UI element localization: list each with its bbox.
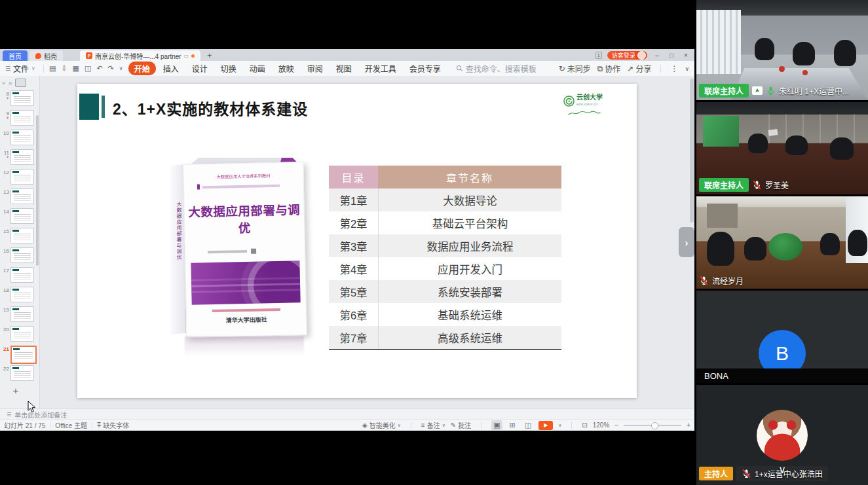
sidebar-expand-button[interactable]: › bbox=[679, 227, 694, 257]
panel-collapse-icon[interactable]: » bbox=[2, 80, 5, 86]
participant-name: 朱红明 1+X运营中... bbox=[779, 85, 849, 96]
missing-font-label[interactable]: 缺失字体 bbox=[103, 420, 129, 430]
thumbnail-list: 8✦ 9✦ 10✦ bbox=[0, 88, 39, 381]
menu-item[interactable]: 开发工具 bbox=[359, 62, 402, 75]
tab-docer[interactable]: 稻壳 bbox=[29, 50, 63, 61]
print-icon[interactable]: ▦ bbox=[70, 64, 82, 73]
slide-thumbnail[interactable]: 9✦ bbox=[0, 110, 39, 126]
screen: 首页 稻壳 P 南京云创-华博特—...4 partner ▭ + 1 访客登录… bbox=[0, 0, 868, 485]
slide-thumbnail[interactable]: 15✦ bbox=[0, 228, 39, 243]
thumbnail-preview bbox=[10, 247, 34, 263]
thumbnail-scrollbar[interactable] bbox=[36, 115, 39, 266]
normal-view-button[interactable]: ▣ bbox=[491, 420, 502, 430]
menu-item[interactable]: 切换 bbox=[215, 62, 242, 75]
zoom-slider[interactable] bbox=[624, 425, 681, 426]
print-preview-icon[interactable]: ◫ bbox=[82, 64, 94, 73]
toolbar-collapse-icon[interactable]: ∨ bbox=[117, 65, 126, 71]
video-panel-3[interactable]: 流经岁月 bbox=[696, 196, 868, 289]
ribbon-collapse-icon[interactable]: ∨ bbox=[685, 65, 689, 72]
notes-icon: ☰ bbox=[7, 412, 11, 418]
thumbnail-preview bbox=[10, 326, 34, 342]
participant-name: 罗圣美 bbox=[765, 179, 789, 190]
slideshow-play-button[interactable]: ▶ bbox=[538, 421, 553, 430]
slide-view-icon[interactable] bbox=[15, 79, 26, 87]
canvas-scrollbar[interactable] bbox=[690, 79, 694, 223]
slide-thumbnail[interactable]: 11✦ bbox=[0, 149, 39, 165]
slide-sorter-view-button[interactable]: ⊞ bbox=[508, 420, 518, 430]
chapter-table[interactable]: 目录 章节名称 第1章 大数据导论 bbox=[329, 166, 561, 350]
menu-item[interactable]: 视图 bbox=[330, 62, 358, 75]
export-icon[interactable]: ⇩ bbox=[58, 64, 69, 73]
notes-bar[interactable]: ☰ 单击此处添加备注 bbox=[0, 408, 694, 420]
menu-item[interactable]: 开始 bbox=[128, 62, 156, 75]
more-icon[interactable]: ⋮ bbox=[670, 64, 678, 73]
zoom-level[interactable]: 120% bbox=[593, 422, 610, 429]
slide-thumbnail[interactable]: 19✦ bbox=[0, 306, 39, 322]
sync-status[interactable]: ↻未同步 bbox=[559, 63, 591, 74]
window-count-badge[interactable]: 1 bbox=[595, 52, 602, 59]
minimize-button[interactable]: – bbox=[652, 52, 662, 59]
chapter-name-cell: 高级系统运维 bbox=[378, 326, 561, 349]
zoom-out-button[interactable]: − bbox=[614, 422, 618, 429]
beautify-button[interactable]: ◈智能美化∨ bbox=[362, 420, 401, 430]
save-icon[interactable]: ▤ bbox=[47, 64, 58, 73]
zoom-slider-knob[interactable] bbox=[651, 422, 658, 429]
collaborate-button[interactable]: ⧉协作 bbox=[597, 63, 621, 74]
slide-thumbnail[interactable]: 17✦ bbox=[0, 267, 39, 283]
file-menu-button[interactable]: ☰ 文件 ∨ bbox=[0, 63, 41, 74]
play-options-icon[interactable]: ∨ bbox=[558, 423, 561, 428]
divider bbox=[481, 422, 481, 429]
speaker-notes-button[interactable]: ≡备注∨ bbox=[421, 420, 445, 430]
thumbnail-preview bbox=[10, 306, 34, 322]
comments-button[interactable]: ✎批注 bbox=[451, 420, 471, 430]
slide-thumbnail[interactable]: 21✦ bbox=[0, 346, 39, 361]
menu-item[interactable]: 设计 bbox=[186, 62, 214, 75]
table-row: 第1章 大数据导论 bbox=[329, 189, 561, 211]
guest-login-button[interactable]: 访客登录 bbox=[607, 51, 647, 60]
maximize-button[interactable]: □ bbox=[667, 52, 676, 59]
fit-window-icon[interactable]: ⊡ bbox=[582, 422, 587, 429]
comments-label: 批注 bbox=[458, 420, 471, 430]
collapse-videos-button[interactable]: ∨ bbox=[778, 463, 786, 476]
undo-icon[interactable]: ↶ bbox=[94, 64, 105, 73]
theme-label[interactable]: Office 主题 bbox=[55, 420, 87, 430]
outline-view-icon[interactable]: ≡ bbox=[9, 80, 12, 86]
menu-item[interactable]: 动画 bbox=[244, 62, 271, 75]
avatar bbox=[637, 51, 646, 60]
command-search[interactable]: 查找命令、搜索模板 bbox=[456, 63, 537, 74]
participant-figure bbox=[834, 40, 856, 66]
add-slide-button[interactable]: + bbox=[0, 385, 31, 396]
slide-thumbnail[interactable]: 20✦ bbox=[0, 326, 39, 342]
menu-item[interactable]: 放映 bbox=[273, 62, 300, 75]
slide-thumbnail[interactable]: 10✦ bbox=[0, 130, 39, 145]
chevron-right-icon: › bbox=[685, 237, 689, 248]
slide-thumbnail[interactable]: 12✦ bbox=[0, 169, 39, 185]
new-tab-button[interactable]: + bbox=[207, 50, 212, 61]
slide-canvas[interactable]: 2、1+X实施的教材体系建设 云创大学 edu.cstor.cn bbox=[77, 84, 637, 398]
video-panel-1[interactable]: 联席主持人 朱红明 1+X运营中... bbox=[696, 0, 868, 100]
slide-thumbnail[interactable]: 8✦ bbox=[0, 90, 39, 106]
header-cell-toc: 目录 bbox=[329, 166, 378, 189]
share-button[interactable]: ↗分享 bbox=[627, 63, 651, 74]
participant-figure bbox=[748, 134, 768, 153]
video-panel-2[interactable]: 联席主持人 罗圣美 bbox=[696, 102, 868, 194]
menu-item[interactable]: 会员专享 bbox=[404, 62, 447, 75]
video-panel-5[interactable]: 主持人 1+x运营中心张浩田 ∨ bbox=[696, 385, 868, 485]
tab-home[interactable]: 首页 bbox=[3, 50, 28, 61]
slide-thumbnail[interactable]: 18✦ bbox=[0, 287, 39, 302]
zoom-in-button[interactable]: + bbox=[687, 422, 690, 429]
menu-item[interactable]: 插入 bbox=[157, 62, 185, 75]
video-panel-4[interactable]: B BONA bbox=[696, 291, 868, 383]
slide-thumbnail[interactable]: 22✦ bbox=[0, 365, 39, 381]
slide-thumbnail[interactable]: 14✦ bbox=[0, 208, 39, 224]
reading-view-button[interactable]: ◫ bbox=[523, 420, 533, 430]
tab-comment-icon: ▭ bbox=[184, 53, 189, 59]
thumbnail-number: 22 bbox=[3, 366, 9, 372]
slide-thumbnail[interactable]: 13✦ bbox=[0, 189, 39, 204]
slide-thumbnail[interactable]: 16✦ bbox=[0, 247, 39, 263]
close-button[interactable]: × bbox=[681, 52, 690, 59]
book-image[interactable]: 大数据应用部署与调优 · 大数据应用人才培养系列教材 · 大数据应用部署与调优 … bbox=[167, 154, 324, 357]
menu-item[interactable]: 审阅 bbox=[301, 62, 329, 75]
redo-icon[interactable]: ↷ bbox=[105, 64, 117, 73]
tab-document[interactable]: P 南京云创-华博特—...4 partner ▭ bbox=[80, 50, 200, 61]
